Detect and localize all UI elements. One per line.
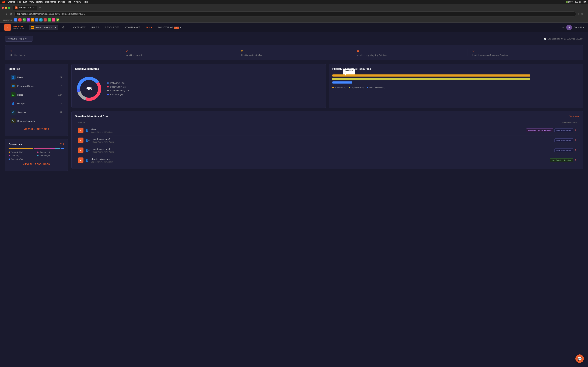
legend-external: External Identity (10): [107, 90, 130, 92]
identity-item-services[interactable]: ⚙ Services 39: [9, 108, 64, 117]
sus2-name: suspicious-user-2: [92, 148, 114, 150]
segment-storage: [34, 148, 50, 149]
stat-password-rotation: 2 Identities requiring Password Rotation: [467, 49, 583, 57]
legend-compute: Compute (34): [9, 158, 36, 160]
browser-chrome: H Horangi - Iam ✕ + ‹ › ↺ app.horangi.co…: [0, 4, 588, 23]
refresh-button[interactable]: ↺: [9, 12, 13, 17]
at-risk-row-steve[interactable]: ☁ 👤 steve Super Admin / IAM Admin Passwo…: [75, 125, 579, 135]
dot-external: [107, 90, 109, 92]
menu-bookmarks[interactable]: Bookmarks: [45, 1, 56, 3]
last-scanned: 🕐 Last scanned on: 13 Jul 2021, 7:07am: [544, 38, 583, 40]
menu-file[interactable]: File: [17, 1, 21, 3]
view-all-identities[interactable]: VIEW ALL IDENTITIES: [9, 126, 64, 133]
sus1-warn-icon: ⚠: [574, 139, 577, 142]
settings-icon[interactable]: ⚙: [62, 26, 65, 29]
view-all-resources[interactable]: VIEW ALL RESOURCES: [9, 161, 64, 167]
at-risk-panel: Sensitive Identities at Risk View More I…: [71, 111, 583, 169]
legend-lambda: LambdaFunction (1): [367, 86, 386, 88]
menu-help[interactable]: Help: [84, 1, 88, 3]
nav-monitoring[interactable]: MONITORING BETA ▾: [156, 25, 184, 30]
bookmarks-bar: Reading List G Y W A A G S G G H 📁: [0, 17, 588, 22]
at-risk-header: Sensitive Identities at Risk View More: [75, 115, 579, 118]
at-risk-row-suspicious-1[interactable]: ☁ 👤+ suspicious-user-1 Super Admin / IAM…: [75, 135, 579, 145]
address-bar[interactable]: app.horangi.com/storyfier/iam/cae68393-a…: [14, 12, 576, 17]
bookmark-2[interactable]: Y: [18, 18, 22, 22]
publicly-accessible-panel: Publicly Accessible Resources S3Bucket 5: [329, 64, 583, 108]
star-icon[interactable]: ☆: [577, 13, 579, 15]
abhi-warn-icon: ⚠: [574, 159, 577, 162]
logo: H HORANGI STORYFIER: [4, 24, 25, 31]
nav-compliance[interactable]: COMPLIANCE: [122, 25, 143, 30]
sus1-badge-mfa: MFA Not Enabled: [554, 138, 573, 142]
bookmark-4[interactable]: A: [27, 18, 30, 22]
sus2-badge-mfa: MFA Not Enabled: [554, 148, 573, 152]
more-icon[interactable]: ⋮: [584, 13, 586, 15]
new-tab-button[interactable]: +: [38, 5, 42, 10]
account-select[interactable]: Accounts (All) | ▾: [5, 36, 33, 42]
bookmark-5[interactable]: A: [31, 18, 34, 22]
chat-bubble[interactable]: 💬: [575, 354, 584, 363]
bookmark-7[interactable]: S: [39, 18, 43, 22]
at-risk-row-suspicious-2[interactable]: ☁ 👤+ suspicious-user-2 Super Admin / IAM…: [75, 145, 579, 155]
menu-window[interactable]: Window: [73, 1, 81, 3]
extensions-icon[interactable]: ⊞: [581, 13, 583, 15]
menu-tab[interactable]: Tab: [68, 1, 71, 3]
identity-item-federated[interactable]: 👥 Federated Users 5: [9, 82, 64, 90]
identity-item-users[interactable]: 👤 Users 22: [9, 73, 64, 82]
more-menu-icon[interactable]: ⋯: [561, 25, 564, 29]
sensitive-identities-panel: Sensitive Identities: [71, 64, 326, 108]
traffic-light-fullscreen[interactable]: [8, 7, 10, 9]
tab-close-button[interactable]: ✕: [33, 7, 35, 9]
view-more-button[interactable]: View More: [570, 115, 579, 117]
menu-chrome[interactable]: Chrome: [8, 1, 15, 3]
aws-account-name: Warden Demo - AW...: [35, 26, 54, 28]
bookmark-1[interactable]: G: [14, 18, 17, 22]
services-count: 39: [60, 111, 62, 114]
identity-item-roles[interactable]: ⊞ Roles 184: [9, 91, 64, 99]
main-grid: Identities 👤 Users 22 👥 Federated Users …: [5, 64, 583, 171]
forward-button[interactable]: ›: [5, 12, 8, 16]
bookmark-8[interactable]: G: [43, 18, 47, 22]
bookmark-3[interactable]: W: [23, 18, 26, 22]
nav-overview[interactable]: OVERVIEW: [70, 25, 88, 30]
traffic-light-minimize[interactable]: [5, 7, 7, 9]
bookmark-10[interactable]: H: [52, 18, 55, 22]
identity-item-service-accounts[interactable]: 🔧 Service Accounts -: [9, 117, 64, 125]
menu-history[interactable]: History: [36, 1, 43, 3]
cloud-icon-sus2: ☁: [78, 148, 84, 153]
federated-icon: 👥: [11, 83, 16, 88]
resource-bar: [9, 148, 64, 149]
bookmark-11[interactable]: 📁: [56, 18, 59, 22]
page-content: Accounts (All) | ▾ 🕐 Last scanned on: 13…: [0, 32, 588, 364]
back-button[interactable]: ‹: [2, 12, 4, 16]
identities-title: Identities: [9, 67, 64, 70]
identity-item-groups[interactable]: 👤 Groups 6: [9, 99, 64, 108]
user-name: Vada Lim: [574, 26, 584, 29]
nav-resources[interactable]: RESOURCES: [102, 25, 122, 30]
traffic-light-close[interactable]: [2, 7, 4, 9]
bar-chart: S3Bucket 5: [332, 75, 579, 83]
bookmark-6[interactable]: G: [35, 18, 38, 22]
menu-edit[interactable]: Edit: [23, 1, 27, 3]
cloud-icon-abhi: ☁: [78, 158, 84, 163]
legend-iam-admin: IAM Admin (26): [107, 82, 130, 84]
resources-panel: Resources 514 Network (234): [5, 139, 68, 171]
stat-unused-label: Identities Unused: [126, 54, 231, 57]
menu-view[interactable]: View: [29, 1, 34, 3]
bookmark-9[interactable]: G: [48, 18, 51, 22]
at-risk-row-abhi[interactable]: ☁ 👤 abhi-terraform-dev Super Admin / IAM…: [75, 155, 579, 165]
stat-key-rotation-number: 4: [357, 49, 463, 53]
active-tab[interactable]: H Horangi - Iam ✕: [13, 6, 37, 10]
federated-label: Federated Users: [17, 85, 61, 87]
reading-list-label[interactable]: Reading List: [2, 19, 12, 21]
nav-rules[interactable]: RULES: [89, 25, 102, 30]
donut-center: 65: [86, 86, 92, 92]
menu-profiles[interactable]: Profiles: [58, 1, 65, 3]
services-icon: ⚙: [11, 110, 16, 115]
aws-account-selector[interactable]: aws Warden Demo - AW... ▾: [29, 25, 58, 30]
steve-warn-icon: ⚠: [574, 129, 577, 132]
sus2-role: Super Admin / IAM Admin: [92, 151, 114, 153]
legend-sqs: SQSQueue (5): [349, 86, 364, 88]
nav-iam[interactable]: IAM ▾: [144, 25, 155, 30]
steve-role: Super Admin / IAM Admin: [91, 131, 113, 133]
